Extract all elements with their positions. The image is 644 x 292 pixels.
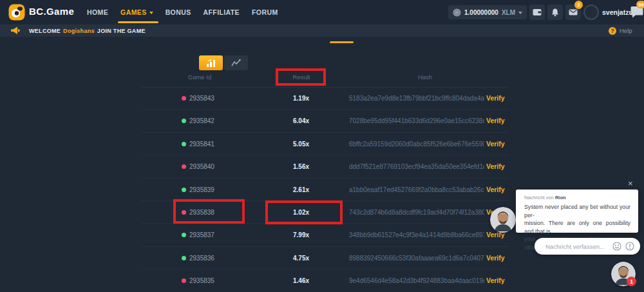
annotation-rect-game-id <box>173 199 245 224</box>
nav-item-affiliate[interactable]: AFFILIATE <box>204 0 240 24</box>
username: svenjatzu <box>602 8 633 16</box>
balance-currency: XLM <box>502 9 515 16</box>
chat-message-line: System never placed any bet without your… <box>524 203 630 219</box>
result-value: 6.04x <box>267 117 335 124</box>
nav-item-label: BONUS <box>166 8 191 16</box>
table-row: 29358377.99x348bb9db61527e4c9f3e4a1414d9… <box>142 224 509 246</box>
verify-link[interactable]: Verify <box>486 277 505 284</box>
active-tab-underline <box>330 41 354 43</box>
status-dot <box>182 256 186 260</box>
table-row: 29358392.61xa1bb0eaaf17ed4527669f2a0bba8… <box>142 179 509 201</box>
hash-value: 7028be95dd95f441b633d6d296e0ae15cc6238dd… <box>349 117 484 124</box>
verify-link[interactable]: Verify <box>486 186 505 193</box>
coin-icon <box>453 8 461 17</box>
table-row: 29358431.19x5183a2ea7e9d8e13fb79bbf21bc9… <box>142 87 509 110</box>
nav-item-home[interactable]: HOME <box>87 0 108 24</box>
hash-value: 348bb9db61527e4c9f3e4a1414d9b8ba66ce8970… <box>349 231 484 238</box>
avatar[interactable] <box>583 5 599 20</box>
main-nav: HOMEGAMESBONUSAFFILIATEFORUM <box>87 0 278 24</box>
chat-sender-name: Rion <box>555 195 566 200</box>
result-value: 1.19x <box>267 95 335 102</box>
nav-item-games[interactable]: GAMES <box>120 0 153 24</box>
hash-value: 5183a2ea7e9d8e13fb79bbf21bc9ffc804dada4a… <box>349 95 484 102</box>
help-label: Help <box>620 27 632 34</box>
welcome-prefix: WELCOME <box>29 28 61 34</box>
nav-item-bonus[interactable]: BONUS <box>166 0 191 24</box>
table-row: 29358426.04x7028be95dd95f441b633d6d296e0… <box>142 110 509 132</box>
hash-value: 8988392450666c53f30afaaaea69c1d6a7c0407e… <box>349 255 484 262</box>
result-value: 2.61x <box>267 186 335 193</box>
game-id: 2935835 <box>189 277 214 284</box>
welcome-username[interactable]: Dogishans <box>63 28 95 34</box>
column-header-game-id: Game Id <box>174 73 225 81</box>
hash-value: 6bffc2a59159d2060d0abc85f526e6be676e5590… <box>349 141 484 148</box>
envelope-icon <box>569 9 578 15</box>
wallet-icon <box>533 8 542 16</box>
column-header-hash: Hash <box>399 73 451 81</box>
nav-item-forum[interactable]: FORUM <box>252 0 278 24</box>
chat-composer <box>535 238 640 255</box>
chat-notification-card[interactable]: Nachricht von Rion System never placed a… <box>516 190 638 233</box>
bar-chart-icon <box>206 59 216 67</box>
verify-link[interactable]: Verify <box>486 140 505 148</box>
bc-game-page: BC.Game HOMEGAMESBONUSAFFILIATEFORUM 1.0… <box>0 0 644 292</box>
help-button[interactable]: ? Help <box>609 24 632 37</box>
status-dot <box>182 96 186 101</box>
question-mark-icon: ? <box>609 27 616 35</box>
status-dot <box>182 142 186 146</box>
trend-chart-icon <box>231 59 242 67</box>
table-row: 29358364.75x8988392450666c53f30afaaaea69… <box>142 247 509 269</box>
info-icon[interactable] <box>625 242 634 251</box>
chat-message-input[interactable] <box>545 243 607 250</box>
status-dot <box>182 278 186 283</box>
balance-selector[interactable]: 1.00000000 XLM <box>448 5 527 19</box>
hash-value: 743c2d874b6d8a8dcdf9fc19acf4d70f74f12a38… <box>349 209 484 216</box>
composer-icons <box>612 242 634 251</box>
chat-from-label: Nachricht von <box>524 195 554 200</box>
game-id: 2935841 <box>189 141 214 148</box>
verify-link[interactable]: Verify <box>486 254 505 262</box>
verify-link[interactable]: Verify <box>486 94 505 102</box>
chat-sender-avatar <box>490 207 516 233</box>
game-id: 2935840 <box>189 163 214 170</box>
nav-item-label: GAMES <box>120 8 147 16</box>
result-value: 7.99x <box>267 231 335 238</box>
status-dot <box>182 164 186 169</box>
bc-game-logo[interactable] <box>8 4 25 21</box>
history-rows: 29358431.19x5183a2ea7e9d8e13fb79bbf21bc9… <box>142 87 509 292</box>
nav-item-label: FORUM <box>252 8 278 16</box>
nav-item-label: HOME <box>87 8 108 16</box>
game-id: 2935839 <box>189 186 214 193</box>
brand-title[interactable]: BC.Game <box>29 6 74 17</box>
verify-link[interactable]: Verify <box>486 117 505 124</box>
welcome-banner: WELCOME Dogishans JOIN THE GAME ? Help <box>0 24 644 37</box>
annotation-rect-result-value <box>265 200 343 224</box>
chevron-down-icon <box>518 12 522 14</box>
trend-view-button[interactable] <box>224 55 248 70</box>
mail-badge: 2 <box>574 1 583 9</box>
result-value: 1.56x <box>267 163 335 170</box>
table-row: 29358351.46x9e4d6546d4e58a42d3b4f924883b… <box>142 269 509 292</box>
result-value: 4.75x <box>267 255 335 262</box>
game-id: 2935837 <box>189 231 214 238</box>
unread-count-badge: 1 <box>627 277 636 286</box>
history-view-button[interactable] <box>199 55 223 70</box>
chat-meta: Nachricht von Rion <box>524 195 630 200</box>
hash-value: ddd7f521e87769103ecf94ea35da50ee354efd1c… <box>349 163 484 170</box>
welcome-suffix: JOIN THE GAME <box>97 28 146 34</box>
verify-link[interactable]: Verify <box>486 162 505 170</box>
notifications-button[interactable] <box>547 5 563 20</box>
hash-value: a1bb0eaaf17ed4527669f2a0bba8cc53abab26c6… <box>349 186 484 193</box>
close-icon[interactable]: × <box>628 179 633 188</box>
game-id: 2935836 <box>189 255 214 262</box>
status-dot <box>182 233 186 237</box>
hash-value: 9e4d6546d4e58a42d3b4f924883baa4daac019ce… <box>349 277 484 284</box>
annotation-rect-result-header <box>276 68 326 86</box>
wallet-button[interactable] <box>529 5 545 20</box>
game-id: 2935842 <box>189 117 214 124</box>
emoji-icon[interactable] <box>612 242 621 251</box>
status-dot <box>182 119 186 123</box>
top-navbar: BC.Game HOMEGAMESBONUSAFFILIATEFORUM 1.0… <box>0 0 644 24</box>
bell-icon <box>551 8 559 17</box>
chat-message-line: mission. There are only one possibility … <box>524 219 630 235</box>
